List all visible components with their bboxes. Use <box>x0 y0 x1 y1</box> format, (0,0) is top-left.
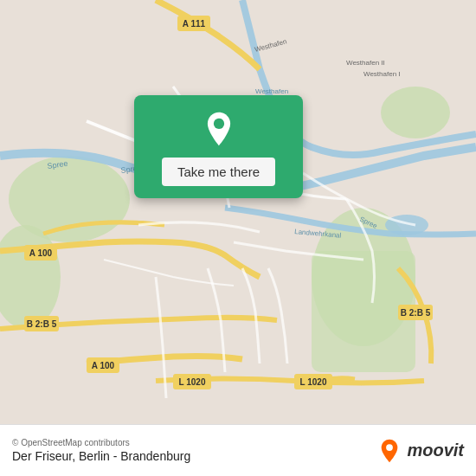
svg-point-3 <box>381 87 450 138</box>
take-me-there-button[interactable]: Take me there <box>162 158 275 186</box>
svg-text:Westhafen I: Westhafen I <box>363 70 401 78</box>
svg-text:A 100: A 100 <box>29 248 53 258</box>
osm-attribution: © OpenStreetMap contributors <box>12 438 190 447</box>
svg-text:Westhafen: Westhafen <box>255 87 288 95</box>
map-container: A 111 A 100 B 2:B 5 A 100 L 1020 L 1020 … <box>0 0 476 424</box>
svg-point-6 <box>385 215 428 235</box>
svg-text:B 2:B 5: B 2:B 5 <box>401 308 431 318</box>
moovit-logo: moovit <box>377 439 464 463</box>
bottom-left-info: © OpenStreetMap contributors Der Friseur… <box>12 438 190 463</box>
svg-point-31 <box>387 444 394 451</box>
location-card: Take me there <box>134 95 303 198</box>
moovit-pin-icon <box>377 439 402 463</box>
svg-text:L 1020: L 1020 <box>300 377 327 387</box>
svg-text:L 1020: L 1020 <box>179 377 206 387</box>
location-pin-icon <box>201 111 237 147</box>
svg-text:Westhafen II: Westhafen II <box>346 59 385 67</box>
svg-text:A 111: A 111 <box>183 19 206 29</box>
map-svg: A 111 A 100 B 2:B 5 A 100 L 1020 L 1020 … <box>0 0 476 424</box>
moovit-brand-label: moovit <box>407 441 464 460</box>
svg-text:B 2:B 5: B 2:B 5 <box>27 319 57 329</box>
svg-point-30 <box>213 119 223 129</box>
bottom-bar: © OpenStreetMap contributors Der Friseur… <box>0 424 476 476</box>
location-name: Der Friseur, Berlin - Brandenburg <box>12 449 190 463</box>
svg-text:A 100: A 100 <box>92 361 115 370</box>
